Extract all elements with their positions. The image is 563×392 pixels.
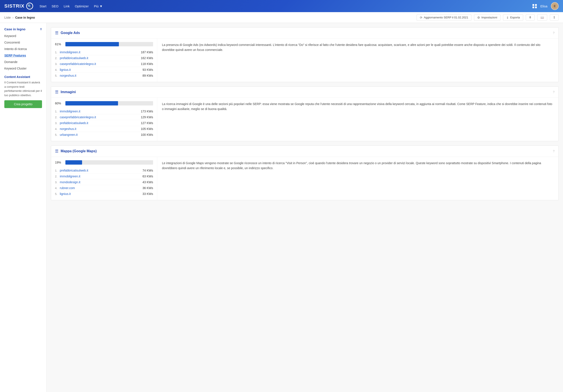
nav-link[interactable]: Link [64, 4, 70, 8]
domain-kws: 43 KWs [138, 180, 153, 184]
section-immagini: ☰ Immagini ? 60% 1. immobilgreen.it 173 … [51, 86, 559, 141]
content-assistant-text: Il Content Assistant ti aiuterà a compor… [0, 80, 46, 100]
main-layout: Case in legno ⇧ Keyword Concorrenti Inte… [0, 23, 563, 392]
domain-name[interactable]: prefabbricatisulweb.it [60, 169, 138, 172]
domain-name[interactable]: norgeshus.it [60, 74, 138, 77]
help-icon[interactable]: ? [553, 90, 555, 94]
nav-seo[interactable]: SEO [51, 4, 58, 8]
section-mappa: ☰ Mappa (Google Maps) ? 19% 1. prefabbri… [51, 145, 559, 200]
breadcrumb-current: Case in legno [15, 16, 35, 19]
sidebar-item-keyword-cluster[interactable]: Keyword Cluster [0, 65, 46, 72]
progress-bar-bg [65, 42, 153, 46]
share-button[interactable]: ⤊ [526, 14, 535, 21]
grid-icon[interactable] [532, 4, 537, 8]
sidebar-item-domande[interactable]: Domande [0, 59, 46, 65]
update-serp-button[interactable]: ⟳ Aggiornamento SERP il 01.02.2021 [417, 14, 471, 21]
section-google-ads: ☰ Google Ads ? 61% 1. immobilgreen.it 18… [51, 27, 559, 82]
table-row: 4. rubner.com 36 KWs [55, 185, 153, 191]
domain-name[interactable]: prefabbricatisulweb.it [60, 56, 138, 60]
domain-kws: 74 KWs [138, 169, 153, 172]
table-row: 3. mondodesign.it 43 KWs [55, 179, 153, 185]
domain-kws: 173 KWs [138, 110, 153, 113]
table-row: 1. immobilgreen.it 173 KWs [55, 108, 153, 114]
table-row: 5. norgeshus.it 89 KWs [55, 73, 153, 78]
domain-number: 1. [55, 169, 60, 172]
domain-name[interactable]: caseprefabbricateinlegno.it [60, 62, 138, 66]
domain-name[interactable]: immobilgreen.it [60, 110, 138, 113]
export-button[interactable]: ⇓ Esporta [503, 14, 523, 21]
domain-name[interactable]: immobilgreen.it [60, 51, 138, 54]
domain-number: 5. [55, 74, 60, 77]
help-icon[interactable]: ? [553, 31, 555, 35]
download2-icon: ↧ [553, 16, 555, 19]
domain-name[interactable]: mondodesign.it [60, 180, 138, 184]
domain-name[interactable]: urbangreen.it [60, 133, 138, 136]
breadcrumb: Liste › Case in legno [4, 16, 35, 19]
domain-table: 1. immobilgreen.it 187 KWs 2. prefabbric… [55, 49, 153, 78]
table-row: 2. caseprefabbricateinlegno.it 129 KWs [55, 114, 153, 120]
domain-kws: 89 KWs [138, 74, 153, 77]
sidebar: Case in legno ⇧ Keyword Concorrenti Inte… [0, 23, 47, 392]
domain-name[interactable]: prefabbricatisulweb.it [60, 121, 138, 125]
breadcrumb-bar: Liste › Case in legno ⟳ Aggiornamento SE… [0, 12, 563, 23]
domain-kws: 129 KWs [138, 116, 153, 119]
book-icon: 📖 [540, 16, 544, 19]
domain-number: 4. [55, 186, 60, 190]
table-row: 1. prefabbricatisulweb.it 74 KWs [55, 168, 153, 173]
avatar[interactable]: E [551, 2, 559, 10]
download2-button[interactable]: ↧ [550, 14, 559, 21]
domain-kws: 118 KWs [138, 62, 153, 66]
domain-name[interactable]: lignius.it [60, 192, 138, 196]
nav-right: Elisa E [532, 2, 559, 10]
domain-number: 3. [55, 181, 60, 184]
breadcrumb-parent[interactable]: Liste [4, 16, 11, 19]
progress-percent: 19% [55, 161, 63, 164]
domain-number: 4. [55, 68, 60, 71]
progress-bar-bg [65, 101, 153, 105]
help-icon[interactable]: ? [553, 149, 555, 153]
progress-bar-bg [65, 160, 153, 165]
domain-number: 3. [55, 62, 60, 66]
breadcrumb-separator: › [13, 16, 14, 19]
domain-number: 1. [55, 51, 60, 54]
domain-number: 3. [55, 121, 60, 125]
progress-percent: 61% [55, 42, 63, 46]
nav-start[interactable]: Start [40, 4, 47, 8]
nav-more[interactable]: Più ▼ [94, 4, 103, 8]
sidebar-item-concorrenti[interactable]: Concorrenti [0, 39, 46, 46]
domain-kws: 105 KWs [138, 127, 153, 131]
domain-number: 5. [55, 133, 60, 136]
domain-name[interactable]: immobilgreen.it [60, 175, 138, 178]
list-icon: ☰ [55, 149, 58, 154]
domain-number: 2. [55, 56, 60, 60]
progress-bar-fill [65, 160, 82, 165]
domain-name[interactable]: caseprefabbricateinlegno.it [60, 116, 138, 119]
domain-number: 4. [55, 127, 60, 131]
content-area: ☰ Google Ads ? 61% 1. immobilgreen.it 18… [47, 23, 563, 392]
logo[interactable]: SISTRIX 🔍 [4, 3, 33, 10]
table-row: 2. prefabbricatisulweb.it 162 KWs [55, 55, 153, 61]
domain-table: 1. prefabbricatisulweb.it 74 KWs 2. immo… [55, 168, 153, 197]
domain-kws: 127 KWs [138, 121, 153, 125]
domain-name[interactable]: lignius.it [60, 68, 138, 71]
sidebar-item-keyword[interactable]: Keyword [0, 33, 46, 39]
sidebar-chevron-icon[interactable]: ⇧ [40, 28, 42, 31]
list-icon: ☰ [55, 90, 58, 94]
chevron-down-icon: ▼ [99, 4, 103, 8]
domain-kws: 100 KWs [138, 133, 153, 136]
crea-progetto-button[interactable]: Crea progetto [4, 100, 42, 108]
breadcrumb-actions: ⟳ Aggiornamento SERP il 01.02.2021 ⚙ Imp… [417, 14, 559, 21]
domain-name[interactable]: norgeshus.it [60, 127, 138, 131]
book-button[interactable]: 📖 [537, 14, 547, 21]
table-row: 1. immobilgreen.it 187 KWs [55, 49, 153, 55]
settings-button[interactable]: ⚙ Impostazioni [474, 14, 500, 21]
domain-kws: 93 KWs [138, 68, 153, 71]
sidebar-item-intento[interactable]: Intento di ricerca [0, 46, 46, 52]
nav-optimizer[interactable]: Optimizer [75, 4, 89, 8]
refresh-icon: ⟳ [420, 16, 422, 19]
domain-name[interactable]: rubner.com [60, 186, 138, 190]
section-title: Mappa (Google Maps) [61, 149, 553, 153]
section-description: La ricerca immagini di Google è una dell… [157, 98, 558, 141]
domain-number: 5. [55, 192, 60, 196]
sidebar-item-serp-features[interactable]: SERP Features [0, 52, 46, 59]
